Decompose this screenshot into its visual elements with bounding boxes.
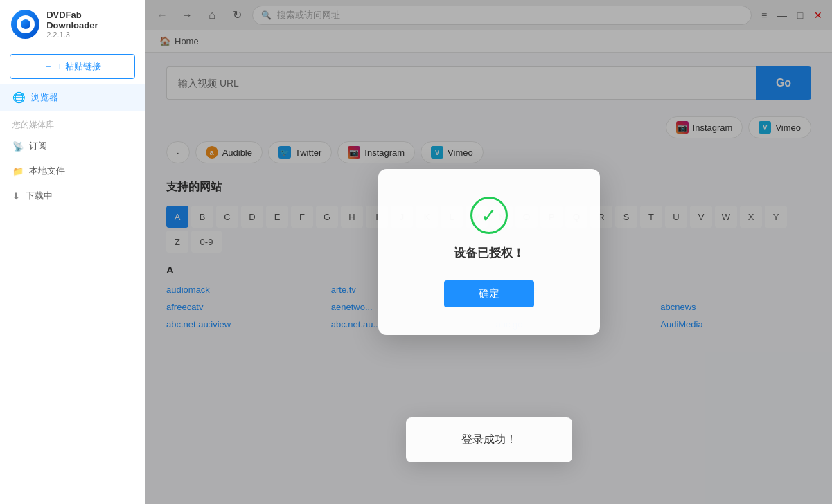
confirm-button[interactable]: 确定 [444, 280, 534, 307]
app-title-block: DVDFab Downloader 2.2.1.3 [46, 10, 134, 39]
sidebar: DVDFab Downloader 2.2.1.3 ＋ + 粘贴链接 🌐 浏览器… [0, 0, 145, 504]
paste-icon: ＋ [44, 60, 53, 73]
app-logo [11, 10, 39, 39]
download-icon: ⬇ [12, 191, 20, 201]
sidebar-item-subscription[interactable]: 📡 订阅 [0, 134, 145, 159]
app-version: 2.2.1.3 [46, 30, 134, 39]
sidebar-item-local-files[interactable]: 📁 本地文件 [0, 159, 145, 183]
toast-message: 登录成功！ [461, 433, 517, 445]
local-files-label: 本地文件 [29, 165, 65, 177]
main-area: ← → ⌂ ↻ 🔍 搜索或访问网址 ≡ — □ ✕ 🏠 Home Go 📷 [145, 0, 832, 504]
sidebar-item-browser[interactable]: 🌐 浏览器 [0, 84, 145, 111]
folder-icon: 📁 [12, 166, 24, 177]
modal-title: 设备已授权！ [413, 245, 565, 261]
browser-icon: 🌐 [12, 91, 26, 104]
app-name: DVDFab Downloader [46, 10, 134, 30]
subscription-label: 订阅 [29, 140, 47, 152]
app-logo-inner [17, 15, 35, 33]
paste-label: + 粘贴链接 [57, 60, 100, 73]
paste-link-button[interactable]: ＋ + 粘贴链接 [10, 54, 135, 79]
rss-icon: 📡 [12, 141, 24, 152]
success-icon: ✓ [470, 197, 508, 234]
auth-modal: ✓ 设备已授权！ 确定 [378, 169, 600, 335]
checkmark-icon: ✓ [481, 204, 497, 227]
media-library-label: 您的媒体库 [0, 111, 145, 134]
sidebar-item-downloading[interactable]: ⬇ 下载中 [0, 183, 145, 208]
downloading-label: 下载中 [26, 190, 53, 202]
app-header: DVDFab Downloader 2.2.1.3 [0, 0, 145, 48]
browser-label: 浏览器 [31, 91, 58, 104]
toast-notification: 登录成功！ [406, 417, 572, 462]
